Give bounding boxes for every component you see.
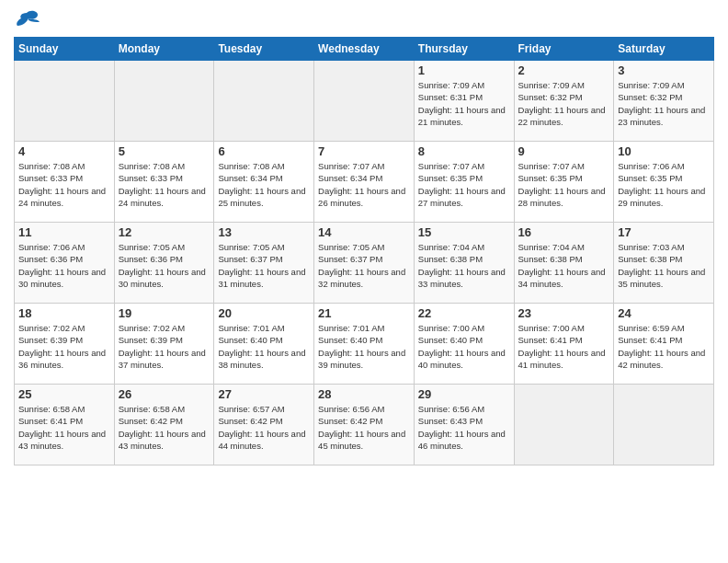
day-header-tuesday: Tuesday bbox=[214, 38, 314, 61]
calendar-cell: 27Sunrise: 6:57 AM Sunset: 6:42 PM Dayli… bbox=[214, 385, 314, 465]
calendar-cell: 25Sunrise: 6:58 AM Sunset: 6:41 PM Dayli… bbox=[15, 385, 115, 465]
calendar-cell: 18Sunrise: 7:02 AM Sunset: 6:39 PM Dayli… bbox=[15, 304, 115, 385]
calendar-cell: 6Sunrise: 7:08 AM Sunset: 6:34 PM Daylig… bbox=[214, 142, 314, 223]
day-number: 21 bbox=[318, 306, 410, 320]
day-info: Sunrise: 6:56 AM Sunset: 6:43 PM Dayligh… bbox=[418, 403, 510, 452]
day-info: Sunrise: 7:08 AM Sunset: 6:33 PM Dayligh… bbox=[119, 160, 210, 209]
day-info: Sunrise: 6:59 AM Sunset: 6:41 PM Dayligh… bbox=[618, 322, 710, 371]
day-header-friday: Friday bbox=[514, 38, 614, 61]
logo-bird-icon bbox=[14, 9, 40, 29]
calendar-cell: 13Sunrise: 7:05 AM Sunset: 6:37 PM Dayli… bbox=[214, 223, 314, 304]
calendar-week-3: 11Sunrise: 7:06 AM Sunset: 6:36 PM Dayli… bbox=[15, 223, 714, 304]
calendar-page: SundayMondayTuesdayWednesdayThursdayFrid… bbox=[0, 0, 728, 475]
day-info: Sunrise: 7:06 AM Sunset: 6:35 PM Dayligh… bbox=[618, 160, 710, 209]
day-info: Sunrise: 7:07 AM Sunset: 6:35 PM Dayligh… bbox=[418, 160, 510, 209]
day-info: Sunrise: 6:57 AM Sunset: 6:42 PM Dayligh… bbox=[218, 403, 310, 452]
day-number: 9 bbox=[518, 144, 610, 158]
calendar-cell bbox=[15, 61, 115, 142]
day-number: 17 bbox=[618, 225, 710, 239]
day-header-wednesday: Wednesday bbox=[314, 38, 415, 61]
day-info: Sunrise: 7:08 AM Sunset: 6:33 PM Dayligh… bbox=[18, 160, 110, 209]
calendar-cell: 4Sunrise: 7:08 AM Sunset: 6:33 PM Daylig… bbox=[15, 142, 115, 223]
day-header-thursday: Thursday bbox=[414, 38, 514, 61]
calendar-header-row: SundayMondayTuesdayWednesdayThursdayFrid… bbox=[15, 38, 714, 61]
calendar-cell: 11Sunrise: 7:06 AM Sunset: 6:36 PM Dayli… bbox=[15, 223, 115, 304]
day-info: Sunrise: 7:01 AM Sunset: 6:40 PM Dayligh… bbox=[218, 322, 310, 371]
calendar-cell: 17Sunrise: 7:03 AM Sunset: 6:38 PM Dayli… bbox=[614, 223, 714, 304]
day-number: 19 bbox=[119, 306, 210, 320]
calendar-week-5: 25Sunrise: 6:58 AM Sunset: 6:41 PM Dayli… bbox=[15, 385, 714, 465]
day-number: 25 bbox=[18, 387, 110, 401]
day-number: 7 bbox=[318, 144, 410, 158]
day-info: Sunrise: 7:05 AM Sunset: 6:37 PM Dayligh… bbox=[218, 241, 310, 290]
calendar-cell: 5Sunrise: 7:08 AM Sunset: 6:33 PM Daylig… bbox=[114, 142, 214, 223]
day-number: 16 bbox=[518, 225, 610, 239]
calendar-cell: 20Sunrise: 7:01 AM Sunset: 6:40 PM Dayli… bbox=[214, 304, 314, 385]
calendar-cell: 3Sunrise: 7:09 AM Sunset: 6:32 PM Daylig… bbox=[614, 61, 714, 142]
day-info: Sunrise: 7:06 AM Sunset: 6:36 PM Dayligh… bbox=[18, 241, 110, 290]
day-info: Sunrise: 7:02 AM Sunset: 6:39 PM Dayligh… bbox=[18, 322, 110, 371]
calendar-cell: 28Sunrise: 6:56 AM Sunset: 6:42 PM Dayli… bbox=[314, 385, 415, 465]
day-info: Sunrise: 7:02 AM Sunset: 6:39 PM Dayligh… bbox=[119, 322, 210, 371]
calendar-cell bbox=[614, 385, 714, 465]
day-info: Sunrise: 7:05 AM Sunset: 6:36 PM Dayligh… bbox=[119, 241, 210, 290]
calendar-cell bbox=[214, 61, 314, 142]
day-info: Sunrise: 7:01 AM Sunset: 6:40 PM Dayligh… bbox=[318, 322, 410, 371]
day-info: Sunrise: 6:58 AM Sunset: 6:42 PM Dayligh… bbox=[119, 403, 210, 452]
day-number: 28 bbox=[318, 387, 410, 401]
calendar-week-2: 4Sunrise: 7:08 AM Sunset: 6:33 PM Daylig… bbox=[15, 142, 714, 223]
calendar-cell bbox=[514, 385, 614, 465]
calendar-table: SundayMondayTuesdayWednesdayThursdayFrid… bbox=[14, 37, 714, 465]
day-info: Sunrise: 7:07 AM Sunset: 6:35 PM Dayligh… bbox=[518, 160, 610, 209]
day-number: 3 bbox=[618, 63, 710, 77]
day-info: Sunrise: 7:05 AM Sunset: 6:37 PM Dayligh… bbox=[318, 241, 410, 290]
day-number: 15 bbox=[418, 225, 510, 239]
day-number: 18 bbox=[18, 306, 110, 320]
calendar-cell: 24Sunrise: 6:59 AM Sunset: 6:41 PM Dayli… bbox=[614, 304, 714, 385]
day-info: Sunrise: 7:09 AM Sunset: 6:32 PM Dayligh… bbox=[518, 79, 610, 128]
day-number: 12 bbox=[119, 225, 210, 239]
calendar-body: 1Sunrise: 7:09 AM Sunset: 6:31 PM Daylig… bbox=[15, 61, 714, 465]
day-info: Sunrise: 7:00 AM Sunset: 6:40 PM Dayligh… bbox=[418, 322, 510, 371]
calendar-cell: 14Sunrise: 7:05 AM Sunset: 6:37 PM Dayli… bbox=[314, 223, 415, 304]
day-number: 14 bbox=[318, 225, 410, 239]
day-number: 26 bbox=[119, 387, 210, 401]
day-number: 4 bbox=[18, 144, 110, 158]
calendar-cell: 15Sunrise: 7:04 AM Sunset: 6:38 PM Dayli… bbox=[414, 223, 514, 304]
day-number: 2 bbox=[518, 63, 610, 77]
calendar-cell bbox=[314, 61, 415, 142]
day-header-monday: Monday bbox=[114, 38, 214, 61]
day-number: 10 bbox=[618, 144, 710, 158]
calendar-cell: 8Sunrise: 7:07 AM Sunset: 6:35 PM Daylig… bbox=[414, 142, 514, 223]
day-number: 6 bbox=[218, 144, 310, 158]
day-number: 20 bbox=[218, 306, 310, 320]
day-number: 5 bbox=[119, 144, 210, 158]
day-info: Sunrise: 6:56 AM Sunset: 6:42 PM Dayligh… bbox=[318, 403, 410, 452]
day-info: Sunrise: 6:58 AM Sunset: 6:41 PM Dayligh… bbox=[18, 403, 110, 452]
day-info: Sunrise: 7:09 AM Sunset: 6:32 PM Dayligh… bbox=[618, 79, 710, 128]
day-header-sunday: Sunday bbox=[15, 38, 115, 61]
day-info: Sunrise: 7:00 AM Sunset: 6:41 PM Dayligh… bbox=[518, 322, 610, 371]
calendar-cell: 7Sunrise: 7:07 AM Sunset: 6:34 PM Daylig… bbox=[314, 142, 415, 223]
day-number: 1 bbox=[418, 63, 510, 77]
calendar-cell: 10Sunrise: 7:06 AM Sunset: 6:35 PM Dayli… bbox=[614, 142, 714, 223]
calendar-week-1: 1Sunrise: 7:09 AM Sunset: 6:31 PM Daylig… bbox=[15, 61, 714, 142]
day-number: 13 bbox=[218, 225, 310, 239]
calendar-cell: 22Sunrise: 7:00 AM Sunset: 6:40 PM Dayli… bbox=[414, 304, 514, 385]
calendar-cell: 9Sunrise: 7:07 AM Sunset: 6:35 PM Daylig… bbox=[514, 142, 614, 223]
calendar-cell: 16Sunrise: 7:04 AM Sunset: 6:38 PM Dayli… bbox=[514, 223, 614, 304]
calendar-cell: 2Sunrise: 7:09 AM Sunset: 6:32 PM Daylig… bbox=[514, 61, 614, 142]
day-info: Sunrise: 7:03 AM Sunset: 6:38 PM Dayligh… bbox=[618, 241, 710, 290]
day-number: 8 bbox=[418, 144, 510, 158]
calendar-cell: 26Sunrise: 6:58 AM Sunset: 6:42 PM Dayli… bbox=[114, 385, 214, 465]
calendar-cell: 23Sunrise: 7:00 AM Sunset: 6:41 PM Dayli… bbox=[514, 304, 614, 385]
day-info: Sunrise: 7:08 AM Sunset: 6:34 PM Dayligh… bbox=[218, 160, 310, 209]
calendar-cell: 21Sunrise: 7:01 AM Sunset: 6:40 PM Dayli… bbox=[314, 304, 415, 385]
day-number: 23 bbox=[518, 306, 610, 320]
day-info: Sunrise: 7:04 AM Sunset: 6:38 PM Dayligh… bbox=[518, 241, 610, 290]
calendar-cell: 19Sunrise: 7:02 AM Sunset: 6:39 PM Dayli… bbox=[114, 304, 214, 385]
day-number: 11 bbox=[18, 225, 110, 239]
day-info: Sunrise: 7:09 AM Sunset: 6:31 PM Dayligh… bbox=[418, 79, 510, 128]
day-number: 24 bbox=[618, 306, 710, 320]
calendar-week-4: 18Sunrise: 7:02 AM Sunset: 6:39 PM Dayli… bbox=[15, 304, 714, 385]
